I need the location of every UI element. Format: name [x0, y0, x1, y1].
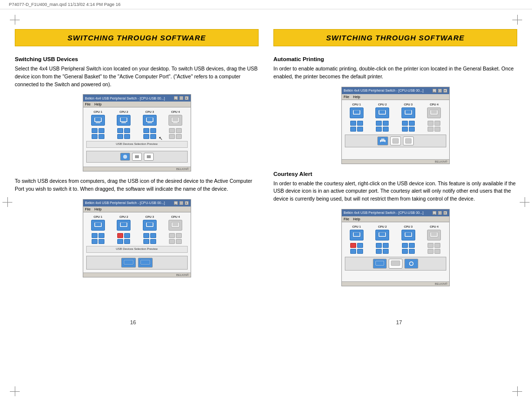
left-screenshot-2-titlebar: Belkin 4x4 USB Peripheral Switch - [CPU-…	[83, 200, 191, 206]
svg-rect-7	[147, 122, 152, 123]
menu-help-r2: Help	[353, 217, 360, 221]
cpu2-1-usb	[92, 233, 104, 244]
cpu-col-4: CPU 4	[164, 110, 188, 139]
cpu-r2-3-usb	[402, 243, 415, 254]
cpu1-label: CPU 1	[94, 110, 102, 113]
cpu-grid-2: CPU 1	[86, 215, 188, 244]
cpu1-usb-devices	[92, 128, 104, 139]
right-section-title: SWITCHING THROUGH SOFTWARE	[273, 29, 517, 46]
footer-numbers: 16 17	[0, 307, 532, 335]
usb-box-gray	[169, 239, 175, 244]
svg-rect-26	[141, 260, 150, 264]
header-strip: P74077-D_F1U400_man.qxd 11/13/02 4:14 PM…	[0, 0, 532, 9]
cpu2-col-1: CPU 1	[86, 215, 110, 244]
cpu-r2-col-2: CPU 2	[370, 225, 395, 254]
alert-basket	[345, 257, 446, 271]
cpu-r2-label-1: CPU 1	[352, 225, 361, 228]
usb-box	[124, 128, 130, 133]
usb-box	[357, 243, 363, 248]
left-screenshot-1-body: CPU 1	[83, 107, 191, 167]
minimize-btn-r2: _	[432, 211, 436, 215]
usb-box	[117, 128, 123, 133]
svg-point-52	[410, 262, 413, 265]
svg-rect-8	[147, 118, 153, 121]
cpu2-label: CPU 2	[119, 110, 128, 113]
usb-box-active	[117, 233, 123, 238]
usb-box	[150, 128, 156, 133]
cpu-r1-4-usb	[428, 121, 440, 132]
usb-box	[383, 249, 389, 254]
cpu1-icon	[91, 115, 105, 126]
svg-rect-11	[172, 118, 178, 121]
cpu2-icon-2	[117, 220, 131, 231]
right-screenshot-2-status: BELKIN®	[342, 281, 449, 286]
usb-box	[124, 239, 130, 244]
left-screenshot-1-title-text: Belkin 4x4 USB Peripheral Switch - [CPU-…	[85, 97, 172, 100]
usb-box	[92, 233, 98, 238]
printer-icon-2	[390, 137, 401, 145]
svg-rect-45	[405, 233, 411, 236]
cpu-r1-3-usb	[402, 121, 415, 132]
cpu-grid-r1: CPU 1 CPU 2	[345, 103, 446, 132]
cpu2-col-2: CPU 2	[112, 215, 136, 244]
usb-box	[150, 239, 156, 244]
cpu-r2-icon-1	[350, 230, 364, 240]
cpu-r1-1-usb	[350, 121, 363, 132]
cpu-r1-icon-3	[401, 107, 415, 118]
cpu-r1-icon-2	[375, 107, 389, 118]
svg-rect-47	[431, 233, 437, 236]
general-basket-1	[86, 151, 188, 163]
left-column: SWITCHING THROUGH SOFTWARE Switching USB…	[15, 29, 259, 292]
cpu2-icon	[117, 115, 131, 126]
maximize-btn: □	[179, 96, 183, 100]
cpu-r1-col-3: CPU 3	[397, 103, 421, 132]
usb-box	[92, 134, 98, 139]
usb-box-gray	[176, 128, 182, 133]
cpu2-label-2: CPU 2	[119, 215, 128, 218]
usb-box	[376, 249, 382, 254]
usb-box	[350, 249, 356, 254]
right-screenshot-2-title-text: Belkin 4x4 USB Peripheral Switch - [CPU-…	[344, 211, 431, 214]
usb-box	[350, 127, 356, 132]
printer-basket	[345, 135, 446, 147]
usb-box	[409, 121, 415, 126]
printer-icon-3	[403, 137, 414, 145]
minimize-btn-2: _	[174, 201, 178, 205]
cpu3-icon	[143, 115, 157, 126]
usb-box	[383, 127, 389, 132]
usb-box	[409, 249, 415, 254]
svg-rect-38	[393, 138, 399, 143]
usb-box	[376, 127, 382, 132]
left-screenshot-2-status: BELKIN®	[83, 273, 191, 277]
basket-label-text-2: USB Devices Selection Preview	[88, 247, 186, 250]
page-container: P74077-D_F1U400_man.qxd 11/13/02 4:14 PM…	[0, 0, 532, 411]
cpu2-label-4: CPU 4	[171, 215, 180, 218]
usb-box	[357, 127, 363, 132]
svg-rect-22	[172, 223, 178, 226]
usb-box	[99, 239, 104, 244]
cpu2-label-3: CPU 3	[145, 215, 154, 218]
right-body-text-1: In order to enable automatic printing, d…	[273, 65, 517, 81]
cpu-r2-4-usb	[428, 243, 440, 254]
alert-icon-1	[373, 259, 387, 269]
svg-rect-24	[124, 260, 133, 264]
cpu-r1-col-4: CPU 4	[422, 103, 446, 132]
main-content: SWITCHING THROUGH SOFTWARE Switching USB…	[0, 9, 532, 307]
cpu-r2-label-2: CPU 2	[378, 225, 387, 228]
maximize-btn-r2: □	[438, 211, 442, 215]
cpu-r2-label-4: CPU 4	[430, 225, 438, 228]
maximize-btn-r1: □	[438, 89, 442, 93]
page-number-left: 16	[130, 314, 136, 325]
cpu-r2-col-1: CPU 1	[345, 225, 369, 254]
svg-rect-32	[405, 110, 411, 114]
crosshair-bottom-right	[512, 386, 522, 396]
basket-icon-1	[120, 153, 130, 161]
alert-icon-3	[404, 259, 418, 269]
usb-box-gray	[176, 233, 182, 238]
right-screenshot-1-title-text: Belkin 4x4 USB Peripheral Switch - [CPU-…	[344, 89, 431, 92]
cpu-r2-icon-4	[427, 230, 441, 240]
cpu2-icon-4	[168, 220, 182, 231]
svg-rect-43	[379, 233, 385, 236]
general-basket-2	[86, 256, 188, 270]
close-btn-2: ×	[185, 201, 189, 205]
